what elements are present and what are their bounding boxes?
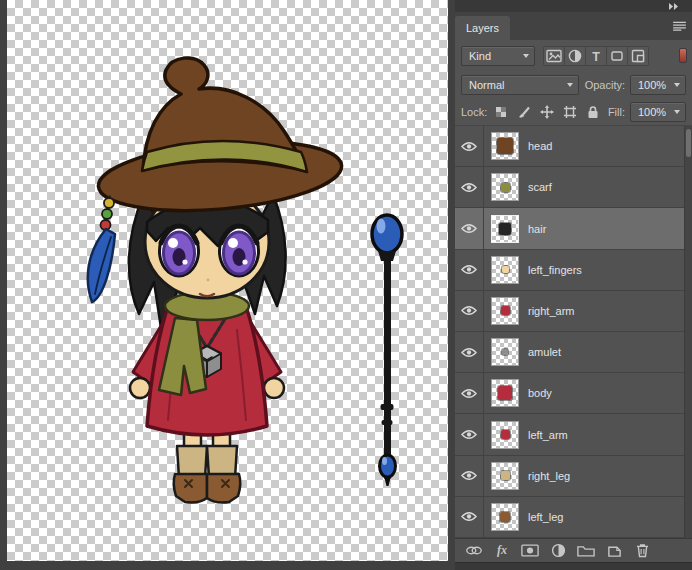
visibility-toggle[interactable] [455,291,484,331]
layer-thumbnail[interactable] [491,462,519,490]
layer-thumbnail[interactable] [491,215,519,243]
eye-icon [461,429,477,440]
lock-transparent-pixels-button[interactable] [492,103,510,121]
type-layers-filter-button[interactable]: T [585,46,607,66]
pixel-layers-icon [546,49,562,63]
layer-thumbnail[interactable] [491,256,519,284]
layer-row[interactable]: right_arm [455,291,684,332]
layer-thumb-blob [501,430,510,439]
layer-thumb-blob [498,386,512,400]
layer-thumb-blob [501,471,510,480]
folder-icon [577,544,595,557]
pixel-layers-filter-button[interactable] [543,46,565,66]
layer-row[interactable]: head [455,126,684,167]
layer-styles-button[interactable]: fx [493,542,511,560]
chevron-down-icon [674,83,680,87]
new-layer-button[interactable] [605,542,623,560]
eye-icon [461,470,477,481]
layer-list: head scarf hair [455,126,692,538]
layer-row[interactable]: amulet [455,332,684,373]
layer-thumbnail[interactable] [491,421,519,449]
transparency-checker-icon [495,106,507,118]
adjustment-circle-icon [551,543,566,558]
layers-footer-toolbar: fx [455,538,692,562]
panel-dock-header [455,0,692,12]
layer-row[interactable]: scarf [455,167,684,208]
layer-thumbnail[interactable] [491,338,519,366]
layer-label: amulet [528,346,561,358]
layer-row[interactable]: left_leg [455,497,684,538]
type-layers-icon: T [590,49,602,63]
artwork [7,0,448,561]
visibility-toggle[interactable] [455,373,484,413]
layer-row[interactable]: body [455,373,684,414]
layers-scrollbar-thumb[interactable] [686,129,691,157]
layer-row[interactable]: right_leg [455,456,684,497]
layer-thumbnail[interactable] [491,503,519,531]
visibility-toggle[interactable] [455,126,484,166]
layer-label: left_fingers [528,264,582,276]
new-adjustment-layer-button[interactable] [549,542,567,560]
layer-filtering-toggle[interactable] [679,48,687,63]
delete-layer-button[interactable] [633,542,651,560]
new-layer-icon [606,543,623,558]
visibility-toggle[interactable] [455,208,484,248]
fill-dropdown[interactable]: 100% [630,102,686,122]
tab-layers[interactable]: Layers [455,16,510,40]
layer-thumbnail[interactable] [491,132,519,160]
panel-tab-bar: Layers [455,12,692,40]
visibility-toggle[interactable] [455,456,484,496]
panel-menu-button[interactable] [672,21,687,33]
svg-text:T: T [592,49,600,63]
new-group-button[interactable] [577,542,595,560]
link-layers-button[interactable] [465,542,483,560]
visibility-toggle[interactable] [455,250,484,290]
layer-thumbnail[interactable] [491,379,519,407]
visibility-toggle[interactable] [455,414,484,454]
collapse-panel-icon[interactable] [667,2,680,11]
layer-label: right_leg [528,470,570,482]
lock-position-button[interactable] [538,103,556,121]
layer-label: left_leg [528,511,563,523]
lock-image-pixels-button[interactable] [515,103,533,121]
eye-icon [461,264,477,275]
visibility-toggle[interactable] [455,167,484,207]
layer-row[interactable]: left_fingers [455,250,684,291]
eye-icon [461,511,477,522]
layer-label: body [528,387,552,399]
hat-drawing [96,58,345,220]
shape-layers-filter-button[interactable] [606,46,628,66]
adjustment-layers-icon [568,49,582,63]
blend-mode-value: Normal [469,79,504,91]
adjustment-layers-filter-button[interactable] [564,46,586,66]
layer-thumb-blob [502,349,508,355]
kind-filter-dropdown[interactable]: Kind [461,46,535,66]
eye-icon [461,182,477,193]
layer-thumb-blob [497,138,513,154]
layer-rows: head scarf hair [455,126,684,538]
lock-all-button[interactable] [584,103,602,121]
fill-label: Fill: [608,106,625,118]
layer-thumb-blob [501,183,510,192]
layer-thumbnail[interactable] [491,297,519,325]
chevron-down-icon [523,54,529,58]
lock-row: Lock: [455,99,692,126]
layer-row[interactable]: left_arm [455,414,684,455]
layer-label: left_arm [528,429,568,441]
blend-mode-dropdown[interactable]: Normal [461,75,579,95]
visibility-toggle[interactable] [455,497,484,537]
layer-row[interactable]: hair [455,208,684,249]
visibility-toggle[interactable] [455,332,484,372]
layer-thumbnail[interactable] [491,173,519,201]
character-drawing [88,58,345,503]
add-layer-mask-button[interactable] [521,542,539,560]
opacity-dropdown[interactable]: 100% [630,75,686,95]
eye-icon [461,223,477,234]
eye-icon [461,347,477,358]
canvas[interactable] [7,0,448,561]
layers-scrollbar[interactable] [684,126,692,538]
lock-artboards-button[interactable] [561,103,579,121]
tab-layers-label: Layers [466,22,499,34]
smart-objects-icon [631,49,645,63]
smart-objects-filter-button[interactable] [627,46,649,66]
